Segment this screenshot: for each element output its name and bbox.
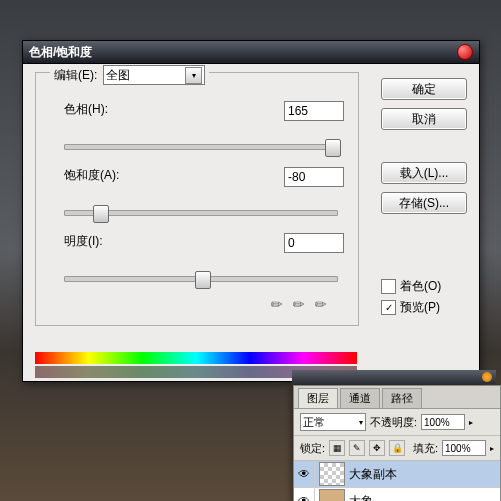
panel-tabs: 图层 通道 路径 [294, 386, 500, 409]
chevron-down-icon[interactable]: ▾ [359, 418, 363, 427]
layer-thumbnail[interactable] [319, 462, 345, 486]
lock-transparency-icon[interactable]: ▦ [329, 440, 345, 456]
saturation-slider[interactable] [64, 210, 338, 216]
lightness-value-input[interactable]: 0 [284, 233, 344, 253]
lock-all-icon[interactable]: 🔒 [389, 440, 405, 456]
lightness-label: 明度(I): [64, 233, 103, 250]
chevron-right-icon[interactable]: ▸ [469, 418, 473, 427]
colorize-label: 着色(O) [400, 278, 441, 295]
blend-mode-value: 正常 [303, 415, 325, 430]
eyedropper-icon[interactable]: ✎ [267, 294, 287, 314]
panel-titlebar[interactable] [292, 370, 496, 384]
eyedropper-group: ✎ ✎ ✎ [271, 296, 327, 312]
opacity-input[interactable]: 100% [421, 414, 465, 430]
save-button[interactable]: 存储(S)... [381, 192, 467, 214]
saturation-label: 饱和度(A): [64, 167, 119, 184]
hue-bar-input [35, 352, 357, 364]
titlebar[interactable]: 色相/饱和度 [23, 41, 479, 64]
load-button[interactable]: 载入(L)... [381, 162, 467, 184]
tab-layers[interactable]: 图层 [298, 388, 338, 408]
saturation-thumb[interactable] [93, 205, 109, 223]
layer-name[interactable]: 大象副本 [349, 466, 397, 483]
lock-position-icon[interactable]: ✥ [369, 440, 385, 456]
cancel-button[interactable]: 取消 [381, 108, 467, 130]
preview-checkbox[interactable]: ✓ [381, 300, 396, 315]
layer-name[interactable]: 大象 [349, 493, 373, 502]
edit-label: 编辑(E): [54, 67, 97, 84]
layer-item[interactable]: 👁 大象 [294, 488, 500, 501]
blend-mode-combo[interactable]: 正常 ▾ [300, 413, 366, 431]
tab-paths[interactable]: 路径 [382, 388, 422, 408]
edit-combo-value: 全图 [106, 67, 130, 84]
layer-item[interactable]: 👁 大象副本 [294, 461, 500, 488]
hue-saturation-dialog: 色相/饱和度 编辑(E): 全图 ▾ 色相(H): 165 饱和度(A): -8 [22, 40, 480, 382]
fill-label: 填充: [413, 441, 438, 456]
fill-input[interactable]: 100% [442, 440, 486, 456]
eyedropper-add-icon[interactable]: ✎ [289, 294, 309, 314]
visibility-icon[interactable]: 👁 [294, 461, 315, 487]
visibility-icon[interactable]: 👁 [294, 488, 315, 501]
chevron-down-icon[interactable]: ▾ [185, 67, 202, 84]
hue-value-input[interactable]: 165 [284, 101, 344, 121]
ok-button[interactable]: 确定 [381, 78, 467, 100]
colorize-checkbox[interactable] [381, 279, 396, 294]
minimize-icon[interactable] [482, 372, 492, 382]
hue-thumb[interactable] [325, 139, 341, 157]
close-icon[interactable] [457, 44, 473, 60]
hue-label: 色相(H): [64, 101, 108, 118]
lightness-thumb[interactable] [195, 271, 211, 289]
adjustment-fieldset: 编辑(E): 全图 ▾ 色相(H): 165 饱和度(A): -80 [35, 72, 359, 326]
tab-channels[interactable]: 通道 [340, 388, 380, 408]
lightness-slider[interactable] [64, 276, 338, 282]
dialog-title: 色相/饱和度 [29, 44, 92, 61]
chevron-right-icon[interactable]: ▸ [490, 444, 494, 453]
lock-paint-icon[interactable]: ✎ [349, 440, 365, 456]
saturation-value-input[interactable]: -80 [284, 167, 344, 187]
hue-slider[interactable] [64, 144, 338, 150]
lock-label: 锁定: [300, 441, 325, 456]
preview-label: 预览(P) [400, 299, 440, 316]
layers-panel: 图层 通道 路径 正常 ▾ 不透明度: 100% ▸ 锁定: ▦ ✎ ✥ 🔒 填… [293, 385, 501, 501]
layer-thumbnail[interactable] [319, 489, 345, 501]
opacity-label: 不透明度: [370, 415, 417, 430]
edit-combo[interactable]: 全图 ▾ [103, 65, 205, 85]
layer-list: 👁 大象副本 👁 大象 [294, 461, 500, 501]
